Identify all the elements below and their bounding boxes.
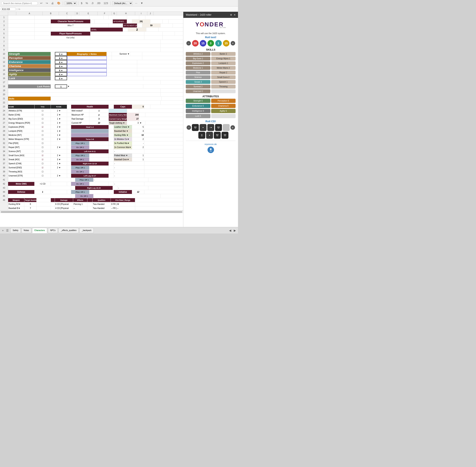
- cell-c4[interactable]: [51, 28, 90, 31]
- cell-curr-carry-label[interactable]: Current Carry Weight: [109, 117, 127, 121]
- cell-h14[interactable]: [107, 68, 137, 72]
- cell-g37[interactable]: [109, 162, 114, 166]
- cell-row43-abc[interactable]: [8, 186, 71, 190]
- cell-skill-energy[interactable]: Energy Weapons [PER]: [8, 121, 35, 125]
- tab-npcs[interactable]: NPCs: [48, 228, 58, 233]
- cell-h37[interactable]: -: [114, 162, 144, 166]
- cell-skill-pilot[interactable]: Pilot [PER]: [8, 141, 35, 145]
- cell-g1[interactable]: [104, 15, 109, 19]
- attr-btn-luck[interactable]: Luck 5: [186, 114, 210, 118]
- dice-minus-button[interactable]: −: [186, 41, 191, 45]
- cell-rank-pilot[interactable]: [51, 141, 67, 145]
- cell-wh-d[interactable]: [51, 198, 55, 202]
- cell-health-header[interactable]: Health: [71, 105, 109, 109]
- cell-b3[interactable]: [35, 24, 51, 27]
- cell-row41-abc[interactable]: [8, 178, 71, 182]
- cell-leftarm-header[interactable]: Left Arm 9-11: [71, 149, 109, 153]
- scroll-left-button[interactable]: ◀: [228, 229, 232, 232]
- tab-backpack[interactable]: _backpack: [80, 228, 94, 233]
- attr-btn-perception[interactable]: Perception 6: [211, 99, 236, 103]
- cell-head-header[interactable]: Head 1-2: [71, 125, 109, 129]
- cell-w2-spacer[interactable]: [37, 206, 51, 210]
- cell-tag-science[interactable]: ☐: [35, 149, 51, 153]
- skill-btn-speech[interactable]: Speech 1: [211, 80, 236, 84]
- cell-w2-dmg[interactable]: 4 CD [Physical: [55, 206, 73, 210]
- cell-rank-speech[interactable]: 1 ▼: [51, 162, 67, 166]
- cd-die-6[interactable]: [198, 132, 205, 139]
- cell-h43[interactable]: -: [118, 186, 148, 190]
- cell-skill-repair[interactable]: Repair [INT]: [8, 145, 35, 149]
- cell-bio-area[interactable]: [67, 56, 107, 60]
- cell-d13[interactable]: [51, 64, 55, 68]
- cell-max-hp-val[interactable]: ɲ: [89, 113, 109, 117]
- cell-bio-area5[interactable]: [67, 72, 107, 76]
- cell-row20[interactable]: [8, 92, 161, 96]
- cell-a2[interactable]: [8, 19, 35, 23]
- cell-skill-athletics[interactable]: Athletics [STR]: [8, 109, 35, 113]
- cell-h34[interactable]: -: [114, 149, 144, 153]
- cd-die-1[interactable]: [192, 124, 199, 131]
- cell-f39[interactable]: [89, 170, 109, 174]
- cell-rightarm-phys[interactable]: Phys. DR 1: [71, 166, 89, 169]
- cell-caps-val[interactable]: 0: [132, 105, 144, 109]
- cell-h6[interactable]: [144, 36, 163, 39]
- cell-max-hp-label[interactable]: Maximum HP: [71, 113, 89, 117]
- cell-inv-6[interactable]: 3x Purified Wa▼: [114, 141, 132, 145]
- cell-d15[interactable]: [51, 72, 55, 76]
- close-icon[interactable]: ✕: [234, 13, 236, 16]
- cell-endurance-val[interactable]: 6 ▼: [55, 60, 67, 64]
- cell-f38[interactable]: [89, 166, 109, 169]
- cell-torso-header[interactable]: Torso 3-8: [71, 137, 109, 141]
- cell-inv-val-10[interactable]: 1: [132, 157, 144, 161]
- cell-g11[interactable]: [107, 56, 112, 60]
- cell-row9[interactable]: [8, 48, 161, 52]
- cell-j25[interactable]: [139, 113, 145, 117]
- cell-xp-label[interactable]: XP EARNED: [113, 19, 127, 23]
- print-button[interactable]: 🖨: [50, 1, 55, 5]
- cell-row19[interactable]: [8, 89, 161, 92]
- cd-die-7[interactable]: [206, 132, 213, 139]
- cell-leftarm-phys[interactable]: Phys. DR 1: [71, 154, 89, 157]
- cell-head-en[interactable]: [71, 133, 109, 137]
- cell-f1[interactable]: [89, 15, 104, 19]
- cell-charisma-label[interactable]: Charisma: [8, 64, 51, 68]
- cell-skill-smallguns[interactable]: Small Guns [AGI]: [8, 154, 35, 157]
- cell-skill-unarmed[interactable]: Unarmed [STR]: [8, 174, 35, 178]
- cell-d41[interactable]: [71, 178, 75, 182]
- cell-inv-val-2[interactable]: 5: [132, 125, 144, 129]
- tab-effects[interactable]: _effects_qualities: [58, 228, 79, 233]
- cell-g36[interactable]: [109, 157, 114, 161]
- decimal2-button[interactable]: .00: [96, 1, 101, 5]
- cell-d42[interactable]: [67, 182, 71, 186]
- cell-tag-bigguns[interactable]: ☐: [35, 117, 51, 121]
- cell-h12[interactable]: [107, 60, 137, 64]
- cell-tag-explosives[interactable]: ☑: [35, 125, 51, 129]
- cd-die-9[interactable]: [221, 132, 229, 139]
- cell-w1-weapon[interactable]: Hunting Rif▼: [8, 202, 24, 206]
- cell-tag-survival[interactable]: ☑: [35, 166, 51, 169]
- cell-wh-g[interactable]: [87, 198, 93, 202]
- cell-player-name-header[interactable]: Player Name/Pronouns: [51, 32, 90, 36]
- cell-rank-barter[interactable]: 2 ▼: [51, 113, 67, 117]
- cell-well-rested[interactable]: Well rested?: [71, 109, 89, 113]
- col-header-g[interactable]: G: [112, 12, 117, 15]
- cell-efg6[interactable]: [90, 36, 144, 39]
- cell-rank-survival[interactable]: 2 ▼: [51, 166, 67, 169]
- cell-h15[interactable]: [107, 72, 137, 76]
- cell-j23[interactable]: [144, 105, 150, 109]
- cell-rank-athletics[interactable]: 2 ▼: [51, 109, 67, 113]
- cell-row7[interactable]: [8, 40, 161, 44]
- cell-inv-val-5[interactable]: 2: [132, 137, 144, 141]
- decimal-button[interactable]: .0: [90, 1, 94, 5]
- cell-inv-10[interactable]: Baseball Gren▼: [114, 157, 132, 161]
- cell-xp-next-val[interactable]: 59: [142, 24, 161, 27]
- cell-b2[interactable]: [35, 19, 51, 23]
- cell-g32[interactable]: [109, 141, 114, 145]
- cell-f35[interactable]: [89, 154, 109, 157]
- cell-w1-d[interactable]: [51, 202, 55, 206]
- cell-g30[interactable]: [109, 133, 114, 137]
- cell-e1[interactable]: [71, 15, 89, 19]
- cell-skill-melee[interactable]: Melee Weapons [STR]: [8, 137, 35, 141]
- col-header-b[interactable]: B: [43, 12, 59, 15]
- cell-g43[interactable]: [113, 186, 118, 190]
